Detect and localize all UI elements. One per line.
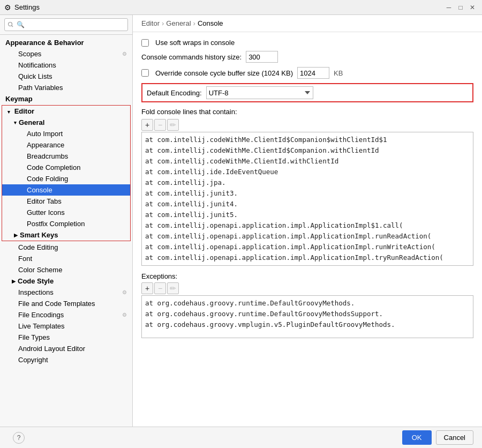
exception-item-2: at org.codehaus.groovy.vmplugin.v5.Plugi… [144,319,471,330]
sidebar-item-android-layout-editor[interactable]: Android Layout Editor [0,343,132,354]
soft-wraps-label: Use soft wraps in console [155,39,235,47]
sidebar-item-console[interactable]: Console [2,184,130,196]
sidebar-item-label: Appearance & Behavior [5,39,84,47]
exceptions-add-button[interactable]: + [141,282,153,294]
title-bar-controls: ─ □ ✕ [443,2,478,13]
ok-button[interactable]: OK [402,430,432,445]
history-input[interactable] [246,51,278,63]
override-checkbox[interactable] [141,69,149,77]
maximize-button[interactable]: □ [455,2,466,13]
exceptions-remove-button[interactable]: − [154,282,166,294]
breadcrumb-part-editor: Editor [141,19,160,27]
breadcrumb-part-console: Console [198,19,223,27]
sidebar-item-scopes[interactable]: Scopes ⚙ [0,48,132,59]
sidebar-item-keymap[interactable]: Keymap [0,93,132,104]
sidebar-item-general[interactable]: ▾ General [2,117,130,128]
sidebar-item-label: Inspections [18,288,54,296]
sidebar-item-label: Code Completion [27,163,80,171]
sidebar-item-label: Keymap [5,95,33,103]
content-body: Use soft wraps in console Console comman… [133,32,482,427]
encoding-select[interactable]: UTF-8 UTF-16 ISO-8859-1 US-ASCII windows… [206,86,313,99]
sidebar-item-font[interactable]: Font [0,253,132,264]
fold-toolbar: + − ✏ [141,119,473,131]
sidebar-item-label: Console [27,186,52,194]
fold-item-6: at com.intellij.junit4. [144,199,471,210]
breadcrumb-sep-2: › [193,19,195,27]
sidebar-item-label: Notifications [18,61,56,69]
sidebar-item-code-completion[interactable]: Code Completion [2,162,130,173]
override-input[interactable] [297,67,329,79]
sidebar-item-label: Postfix Completion [27,220,85,228]
fold-list-box: at com.intellij.codeWithMe.ClientId$Comp… [141,132,473,266]
exceptions-edit-button[interactable]: ✏ [167,282,179,294]
sidebar-item-color-scheme[interactable]: Color Scheme [0,264,132,275]
chevron-down-icon: ▾ [14,120,17,125]
window-title: Settings [14,3,40,11]
sidebar-item-code-folding[interactable]: Code Folding [2,173,130,184]
sidebar-item-label: File Types [18,333,50,341]
fold-remove-button[interactable]: − [154,119,166,131]
sidebar-item-inspections[interactable]: Inspections ⚙ [0,287,132,298]
sidebar-item-path-variables[interactable]: Path Variables [0,82,132,93]
breadcrumb-part-general: General [166,19,191,27]
sidebar-item-breadcrumbs[interactable]: Breadcrumbs [2,151,130,162]
exception-item-1: at org.codehaus.groovy.runtime.DefaultGr… [144,309,471,319]
fold-item-5: at com.intellij.junit3. [144,188,471,199]
sidebar-item-label: Auto Import [27,130,63,138]
sidebar-item-file-and-code-templates[interactable]: File and Code Templates [0,298,132,309]
search-box [0,15,132,35]
sidebar-item-appearance[interactable]: Appearance [2,139,130,151]
sidebar: Appearance & Behavior Scopes ⚙ Notificat… [0,15,133,427]
encoding-label: Default Encoding: [147,89,202,97]
sidebar-item-auto-import[interactable]: Auto Import [2,128,130,139]
sidebar-item-code-editing[interactable]: Code Editing [0,242,132,253]
fold-item-3: at com.intellij.ide.IdeEventQueue [144,167,471,177]
sidebar-item-file-encodings[interactable]: File Encodings ⚙ [0,309,132,320]
sidebar-item-label: Font [18,255,32,263]
chevron-right-icon: ▶ [14,233,18,238]
breadcrumb: Editor › General › Console [133,15,482,32]
sidebar-item-appearance-behavior[interactable]: Appearance & Behavior [0,37,132,48]
sidebar-item-editor-tabs[interactable]: Editor Tabs [2,196,130,207]
sidebar-item-postfix-completion[interactable]: Postfix Completion [2,218,130,229]
exceptions-label: Exceptions: [141,272,473,280]
fold-item-1: at com.intellij.codeWithMe.ClientId$Comp… [144,145,471,156]
sidebar-item-file-types[interactable]: File Types [0,332,132,343]
fold-item-2: at com.intellij.codeWithMe.ClientId.with… [144,156,471,167]
sidebar-item-notifications[interactable]: Notifications [0,59,132,71]
sidebar-item-label: Copyright [18,356,48,364]
sidebar-item-label: Android Layout Editor [18,345,85,353]
sidebar-item-smart-keys[interactable]: ▶ Smart Keys [2,229,130,241]
sidebar-item-code-style[interactable]: ▶ Code Style [0,275,132,287]
bottom-bar: ? OK Cancel [0,427,482,448]
fold-item-4: at com.intellij.jpa. [144,177,471,188]
app-icon: ⚙ [4,3,11,12]
title-bar-left: ⚙ Settings [4,3,40,12]
minimize-button[interactable]: ─ [443,2,454,13]
breadcrumb-sep-1: › [162,19,164,27]
sidebar-item-label: Quick Lists [18,72,52,80]
sidebar-item-live-templates[interactable]: Live Templates [0,320,132,332]
exceptions-toolbar: + − ✏ [141,282,473,294]
title-bar: ⚙ Settings ─ □ ✕ [0,0,482,15]
sidebar-item-label: Path Variables [18,84,63,92]
bottom-bar-inner: ? OK Cancel [9,430,473,445]
main-layout: Appearance & Behavior Scopes ⚙ Notificat… [0,15,482,427]
sidebar-item-gutter-icons[interactable]: Gutter Icons [2,207,130,218]
search-input[interactable] [4,18,128,31]
cancel-button[interactable]: Cancel [436,430,473,445]
fold-add-button[interactable]: + [141,119,153,131]
override-row: Override console cycle buffer size (1024… [141,67,473,79]
sidebar-item-quick-lists[interactable]: Quick Lists [0,71,132,82]
help-button[interactable]: ? [13,432,25,444]
sidebar-item-editor[interactable]: ▾ Editor [2,106,130,117]
close-button[interactable]: ✕ [467,2,478,13]
action-buttons: OK Cancel [402,430,473,445]
sidebar-item-copyright[interactable]: Copyright [0,354,132,365]
chevron-right-icon: ▶ [12,279,16,284]
soft-wraps-checkbox[interactable] [141,39,149,47]
editor-border-box: ▾ Editor ▾ General Auto Import Appearanc… [2,105,131,241]
sidebar-item-label: Breadcrumbs [27,152,68,160]
sidebar-item-label: Smart Keys [20,231,58,239]
fold-edit-button[interactable]: ✏ [167,119,179,131]
